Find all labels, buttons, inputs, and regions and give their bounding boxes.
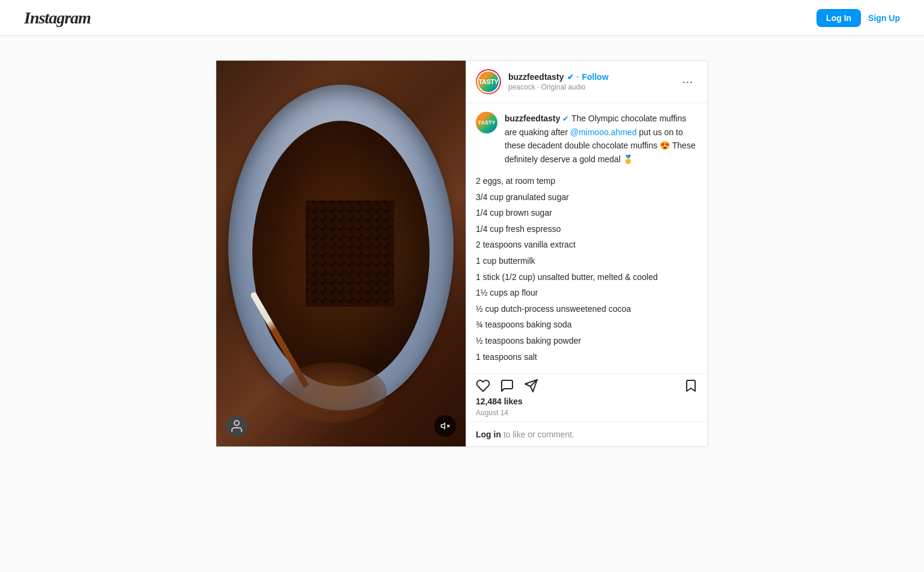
post-card: TASTY buzzfeedtasty ✔ · Follow peacock ·… <box>216 60 708 447</box>
caption-username[interactable]: buzzfeedtasty <box>505 114 561 123</box>
save-button[interactable] <box>684 379 698 393</box>
bowl-outer <box>228 85 454 410</box>
mute-icon <box>440 421 450 431</box>
recipe-item: 2 teaspoons vanilla extract <box>476 237 698 253</box>
hand-shadow <box>279 362 387 422</box>
header-actions: Log In Sign Up <box>816 9 900 27</box>
bowl-inner <box>252 121 430 386</box>
recipe-list: 2 eggs, at room temp3/4 cup granulated s… <box>476 173 698 365</box>
avatar-inner: TASTY <box>477 70 500 93</box>
recipe-item: ½ cup dutch-process unsweetened cocoa <box>476 301 698 317</box>
recipe-item: 2 eggs, at room temp <box>476 173 698 189</box>
follow-button[interactable]: Follow <box>582 72 608 82</box>
recipe-item: 1 cup buttermilk <box>476 253 698 269</box>
post-header-username: buzzfeedtasty ✔ · Follow <box>508 72 678 82</box>
post-image <box>216 61 466 446</box>
instagram-logo: Instagram <box>24 8 91 28</box>
caption-user-row: TASTY buzzfeedtasty ✔ The Olympic chocol… <box>476 112 698 166</box>
svg-marker-1 <box>441 423 445 428</box>
person-icon <box>229 419 244 433</box>
caption-mention[interactable]: @mimooo.ahmed <box>570 127 637 137</box>
recipe-item: ¾ teaspoons baking soda <box>476 317 698 333</box>
login-comment-bar: Log in to like or comment. <box>466 422 708 446</box>
main-content: TASTY buzzfeedtasty ✔ · Follow peacock ·… <box>0 36 924 471</box>
comment-button[interactable] <box>500 379 514 393</box>
action-icons <box>476 379 698 393</box>
post-header-info: buzzfeedtasty ✔ · Follow peacock · Origi… <box>508 72 678 91</box>
mute-button[interactable] <box>434 415 456 437</box>
recipe-item: 3/4 cup granulated sugar <box>476 189 698 205</box>
post-date: August 14 <box>476 409 698 417</box>
username-label[interactable]: buzzfeedtasty <box>508 72 564 82</box>
share-icon <box>524 379 538 393</box>
post-subtitle: peacock · Original audio <box>508 83 678 91</box>
caption-avatar: TASTY <box>476 112 497 133</box>
video-controls <box>226 415 456 437</box>
dot-separator: · <box>577 72 579 82</box>
caption-text: buzzfeedtasty ✔ The Olympic chocolate mu… <box>505 112 698 166</box>
more-options-button[interactable]: ··· <box>678 73 698 91</box>
bookmark-icon <box>684 379 698 393</box>
recipe-item: 1½ cups ap flour <box>476 285 698 301</box>
video-user-avatar[interactable] <box>226 415 248 437</box>
share-button[interactable] <box>524 379 538 393</box>
login-link[interactable]: Log in <box>476 430 501 439</box>
post-content-side: TASTY buzzfeedtasty ✔ · Follow peacock ·… <box>466 61 708 446</box>
post-header: TASTY buzzfeedtasty ✔ · Follow peacock ·… <box>466 61 708 103</box>
svg-point-0 <box>234 421 239 425</box>
signup-button[interactable]: Sign Up <box>868 13 900 23</box>
caption-area: TASTY buzzfeedtasty ✔ The Olympic chocol… <box>466 103 708 373</box>
heart-icon <box>476 379 490 393</box>
recipe-item: ½ teaspoons baking powder <box>476 333 698 349</box>
choc-pieces <box>306 201 395 307</box>
like-button[interactable] <box>476 379 490 393</box>
user-avatar-container: TASTY <box>476 69 501 94</box>
recipe-item: 1/4 cup fresh espresso <box>476 221 698 237</box>
comment-icon <box>500 379 514 393</box>
user-avatar: TASTY <box>478 72 499 92</box>
login-button[interactable]: Log In <box>816 9 861 27</box>
recipe-item: 1/4 cup brown sugar <box>476 205 698 221</box>
post-image-placeholder <box>216 61 466 446</box>
login-prompt-text: to like or comment. <box>503 430 574 439</box>
recipe-item: 1 stick (1/2 cup) unsalted butter, melte… <box>476 269 698 285</box>
recipe-item: 1 teaspoons salt <box>476 349 698 365</box>
header: Instagram Log In Sign Up <box>0 0 924 36</box>
verified-badge-caption: ✔ <box>562 114 569 123</box>
verified-badge: ✔ <box>567 73 574 82</box>
likes-count: 12,484 likes <box>476 397 698 406</box>
actions-bar: 12,484 likes August 14 <box>466 373 708 422</box>
